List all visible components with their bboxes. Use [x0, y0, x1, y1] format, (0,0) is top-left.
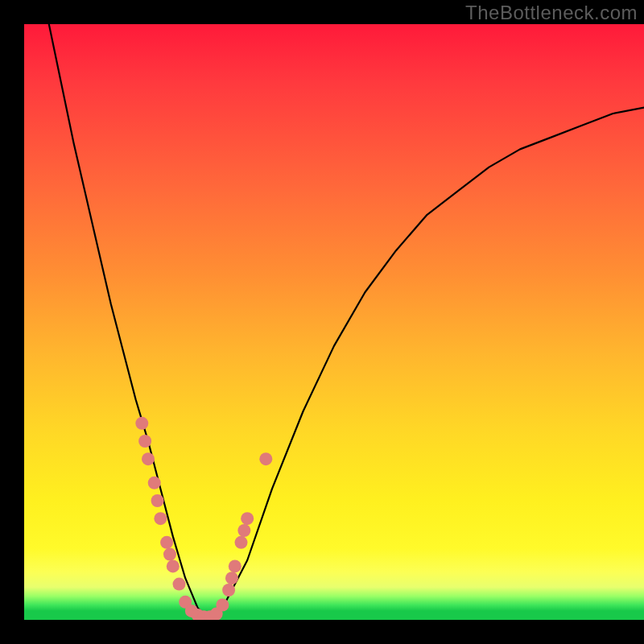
- marker-point: [197, 610, 210, 620]
- marker-point: [185, 605, 198, 617]
- marker-point: [237, 524, 250, 537]
- chart-frame: TheBottleneck.com: [0, 0, 644, 644]
- marker-point: [151, 494, 164, 507]
- marker-group: [135, 417, 272, 620]
- marker-point: [142, 452, 155, 465]
- plot-area: [24, 24, 644, 620]
- marker-point: [241, 512, 254, 525]
- marker-point: [225, 572, 238, 584]
- marker-point: [163, 548, 176, 561]
- marker-point: [216, 599, 229, 612]
- marker-point: [173, 578, 186, 591]
- marker-point: [229, 559, 242, 572]
- marker-point: [138, 435, 151, 448]
- marker-point: [192, 609, 204, 620]
- marker-point: [204, 610, 217, 620]
- marker-point: [235, 536, 248, 549]
- marker-point: [154, 512, 167, 525]
- marker-point: [148, 477, 161, 489]
- marker-point: [259, 452, 272, 465]
- curve-svg: [24, 24, 644, 620]
- marker-point: [210, 608, 223, 620]
- watermark-text: TheBottleneck.com: [465, 2, 638, 24]
- marker-point: [167, 559, 180, 572]
- marker-point: [222, 584, 235, 597]
- marker-point: [179, 596, 192, 609]
- bottleneck-curve-path: [49, 24, 644, 620]
- marker-point: [160, 536, 173, 549]
- marker-point: [135, 417, 148, 430]
